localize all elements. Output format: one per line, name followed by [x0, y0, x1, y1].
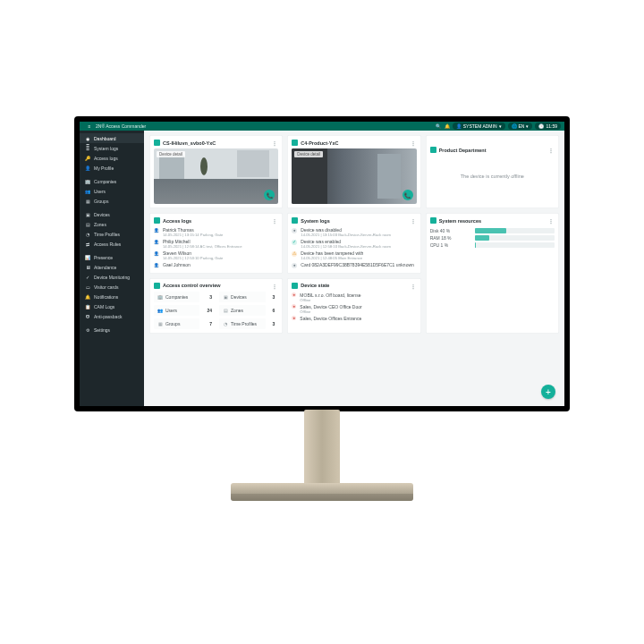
access-log-row[interactable]: 👤Patrick Thomas14.05.2021 | 13:15:14 Par… [154, 226, 278, 238]
sidebar-icon: 📋 [85, 304, 90, 309]
sidebar-item-visitor-cards[interactable]: ▭Visitor cards [80, 282, 144, 292]
search-icon[interactable]: 🔍 [436, 123, 441, 129]
overview-cell[interactable]: ▦Groups [154, 318, 199, 329]
camera-card-2: C4-Product-YxC ⋮ Device detail 📞 [287, 135, 420, 208]
card-title: System resources [439, 218, 481, 224]
user-menu[interactable]: 👤 SYSTEM ADMIN ▾ [453, 123, 505, 130]
sidebar-icon: 🔔 [85, 294, 90, 300]
sidebar-item-label: My Profile [94, 165, 114, 171]
status-icon: ● [292, 292, 296, 297]
overview-cell[interactable]: ▤Zones [219, 305, 266, 316]
access-log-row[interactable]: 👤Gael Johnson [154, 261, 278, 269]
sidebar-icon: ◉ [85, 136, 90, 141]
titlebar: ≡ 2N® Access Commander 🔍 🔔 👤 SYSTEM ADMI… [80, 122, 564, 131]
card-title: Access logs [163, 218, 191, 224]
overview-cell[interactable]: 🏢Companies [154, 292, 199, 302]
card-menu-icon[interactable]: ⋮ [272, 140, 278, 146]
access-log-row[interactable]: 👤Steven Wilson14.05.2021 | 12:53:10 Park… [154, 250, 278, 261]
overview-icon: 🏢 [157, 294, 163, 300]
card-menu-icon[interactable]: ⋮ [411, 140, 417, 146]
dashboard-main: CS-IHiluvn_svbo0-YxC ⋮ Device detail 📞 [144, 131, 564, 406]
app-title: 2N® Access Commander [96, 123, 146, 129]
sidebar-item-time-profiles[interactable]: ◔Time Profiles [80, 229, 144, 239]
card-menu-icon[interactable]: ⋮ [548, 147, 555, 153]
overview-cell[interactable]: 👥Users [154, 305, 199, 316]
language-menu[interactable]: 🌐 EN ▾ [508, 123, 533, 130]
device-state-row[interactable]: ●Sales, Device CEO Office DoorOffline [292, 303, 416, 315]
monitor-frame: ≡ 2N® Access Commander 🔍 🔔 👤 SYSTEM ADMI… [74, 116, 570, 411]
log-detail: 14.05.2021 | 13:15:14 Parking, Gate [163, 233, 223, 237]
sidebar-item-anti-passback[interactable]: ⛨Anti-passback [80, 311, 144, 321]
notification-icon[interactable]: 🔔 [445, 123, 450, 129]
overview-label: Users [165, 308, 177, 313]
system-log-row[interactable]: ✓Device was enabled14.05.2021 | 12:58:10… [292, 238, 416, 250]
card-menu-icon[interactable]: ⋮ [411, 217, 417, 224]
sidebar-item-devices[interactable]: ▣Devices [80, 209, 144, 219]
overview-count: 24 [203, 305, 216, 316]
offline-device-card: Product Department ⋮ The device is curre… [426, 135, 559, 208]
resource-label: CPU 1 % [430, 242, 471, 248]
sidebar-item-notifications[interactable]: 🔔Notifications [80, 292, 144, 301]
card-menu-icon[interactable]: ⋮ [272, 283, 278, 289]
sidebar-item-label: Companies [94, 179, 116, 184]
resource-row: RAM 18 % [430, 235, 555, 241]
sidebar-item-attendance[interactable]: 🖥Attendance [80, 262, 144, 272]
sidebar-item-label: System logs [94, 146, 118, 151]
add-fab-button[interactable]: + [541, 385, 555, 399]
sidebar-item-label: Presence [94, 255, 113, 260]
overview-count: 3 [269, 318, 279, 329]
device-state-row[interactable]: ●MOBIL s.r.o. Off board, licenseOffline [292, 292, 416, 303]
camera-preview[interactable]: Device detail 📞 [154, 148, 278, 204]
card-menu-icon[interactable]: ⋮ [272, 217, 278, 224]
sidebar-item-settings[interactable]: ⚙Settings [80, 325, 144, 335]
sidebar-item-dashboard[interactable]: ◉Dashboard [80, 133, 144, 143]
sidebar-item-access-rules[interactable]: ⇄Access Rules [80, 239, 144, 249]
app-window: ≡ 2N® Access Commander 🔍 🔔 👤 SYSTEM ADMI… [80, 122, 564, 406]
card-title: Device state [301, 283, 329, 288]
access-log-row[interactable]: 👤Philip Mitchell14.05.2021 | 12:58:14 AC… [154, 238, 278, 250]
status-icon: ● [292, 263, 297, 268]
plus-icon: + [546, 387, 551, 397]
card-menu-icon[interactable]: ⋮ [548, 217, 555, 224]
sidebar-icon: ⇄ [85, 242, 90, 247]
card-menu-icon[interactable]: ⋮ [411, 283, 417, 289]
clock-icon: 🕒 [538, 123, 544, 129]
sidebar-icon: 👥 [85, 189, 90, 194]
sidebar-item-cam-logs[interactable]: 📋CAM Logs [80, 301, 144, 311]
sidebar-item-device-monitoring[interactable]: ✓Device Monitoring [80, 272, 144, 282]
call-button[interactable]: 📞 [402, 190, 413, 200]
menu-icon[interactable]: ≡ [87, 123, 92, 129]
sidebar-item-label: Device Monitoring [94, 275, 130, 280]
call-button[interactable]: 📞 [264, 190, 275, 200]
resource-bar [475, 242, 555, 248]
monitor-stand-base [231, 483, 413, 501]
system-log-row[interactable]: ●Device was disabled14.05.2021 | 13:15:0… [292, 226, 416, 238]
sidebar-item-zones[interactable]: ▤Zones [80, 219, 144, 229]
sidebar-item-groups[interactable]: ▦Groups [80, 196, 144, 206]
sidebar-item-my-profile[interactable]: 👤My Profile [80, 163, 144, 173]
overview-icon: 👥 [157, 308, 163, 313]
system-resources-card: System resources ⋮ Disk 40 %RAM 18 %CPU … [426, 213, 559, 334]
card-title: C4-Product-YxC [301, 140, 338, 146]
system-log-row[interactable]: ⚠Device has been tampered with14.05.2021… [292, 250, 416, 261]
system-log-row[interactable]: ●Card 082A3DEF99C38B78394E581D5F6E7C1 un… [292, 261, 416, 269]
sidebar-item-companies[interactable]: 🏢Companies [80, 176, 144, 186]
overview-cell[interactable]: ▣Devices [219, 292, 266, 302]
log-detail: 14.05.2021 | 12:53:10 Parking, Gate [163, 256, 223, 260]
sidebar-item-system-logs[interactable]: ≣System logs [80, 143, 144, 153]
state-name: Sales, Device Offices Entrance [300, 316, 361, 321]
device-state-row[interactable]: ●Sales, Device Offices Entrance [292, 315, 416, 322]
resource-row: CPU 1 % [430, 242, 555, 248]
sidebar-icon: ▦ [85, 199, 90, 204]
card-title: Product Department [439, 148, 487, 153]
card-title: CS-IHiluvn_svbo0-YxC [163, 140, 216, 146]
sidebar-icon: ▭ [85, 284, 90, 290]
sidebar-item-access-logs[interactable]: 🔑Access logs [80, 153, 144, 163]
overview-count: 3 [269, 292, 279, 302]
overview-cell[interactable]: ◔Time Profiles [219, 318, 266, 329]
screen: ≡ 2N® Access Commander 🔍 🔔 👤 SYSTEM ADMI… [80, 122, 564, 406]
globe-icon: 🌐 [512, 123, 517, 129]
camera-preview[interactable]: Device detail 📞 [292, 148, 416, 204]
sidebar-item-presence[interactable]: 📊Presence [80, 252, 144, 262]
sidebar-item-users[interactable]: 👥Users [80, 186, 144, 196]
